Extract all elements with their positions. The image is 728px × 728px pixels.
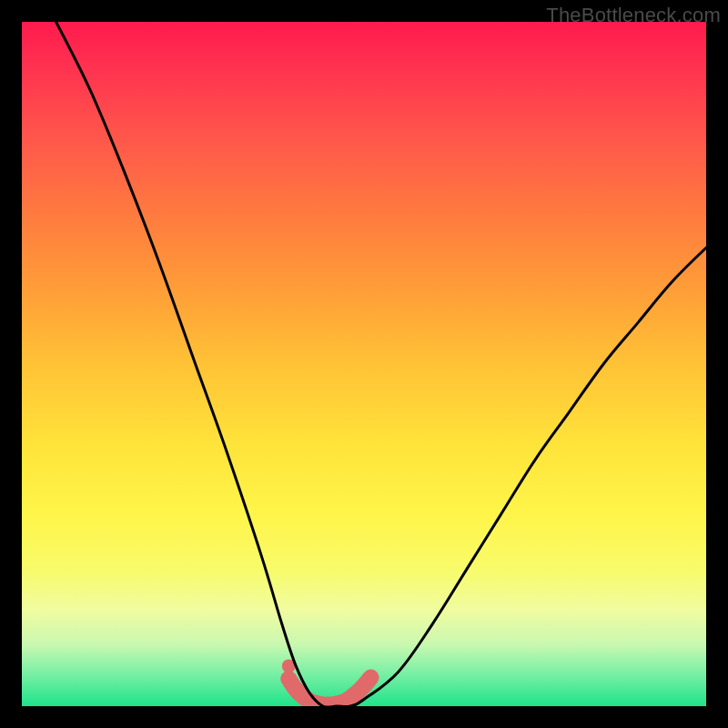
bottleneck-curve (56, 22, 706, 706)
chart-plot-area (22, 22, 706, 706)
watermark-text: TheBottleneck.com (546, 4, 721, 27)
bottleneck-curve-svg (22, 22, 706, 706)
